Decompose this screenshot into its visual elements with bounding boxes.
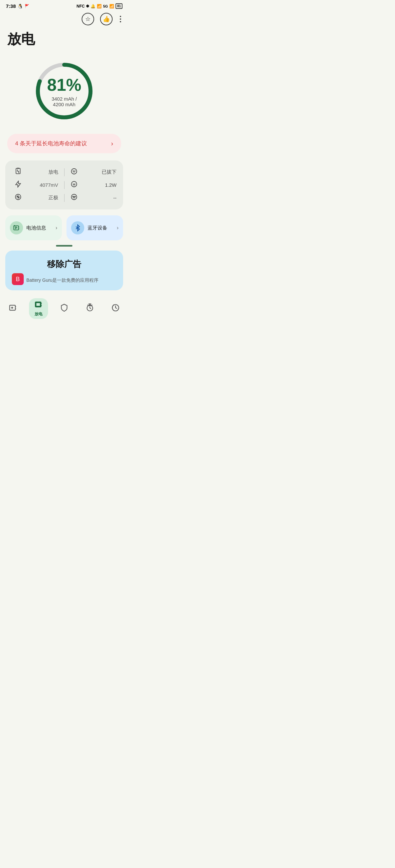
bluetooth-icon — [71, 221, 84, 235]
status-left: 7:38 🐧 🚩 — [6, 3, 29, 9]
battery-info-label: 电池信息 — [26, 225, 52, 231]
charging-icon — [12, 168, 24, 177]
info-value-2: 1.2W — [97, 182, 116, 188]
battery-info-arrow: › — [56, 225, 57, 231]
polarity-icon — [12, 193, 24, 202]
scroll-bar — [56, 245, 73, 247]
nav-item-add[interactable] — [0, 304, 26, 314]
divider-3 — [64, 194, 64, 202]
info-row-1-left: 放电 — [12, 168, 61, 177]
info-row-3-right: -- — [68, 193, 117, 202]
ad-subtitle: Battery Guru是一款免费的应用程序 — [26, 278, 98, 283]
nav-item-alarm[interactable] — [77, 304, 103, 314]
battery-info-icon — [10, 221, 23, 235]
page-title: 放电 — [0, 27, 129, 48]
signal-icon: 5G — [103, 4, 108, 8]
bluetooth-card[interactable]: 蓝牙设备 › — [66, 215, 123, 240]
bluetooth-status-icon: ✱ — [86, 4, 89, 8]
info-card: 放电 已拔下 4077mV — [5, 160, 123, 210]
more-options-button[interactable] — [118, 14, 122, 24]
svg-point-8 — [71, 169, 77, 174]
dot3 — [120, 21, 121, 22]
nav-discharge-label: 放电 — [34, 311, 43, 317]
svg-rect-2 — [16, 168, 21, 174]
nav-item-shield[interactable] — [51, 304, 77, 314]
svg-line-40 — [87, 305, 88, 305]
info-row-1-right: 已拔下 — [68, 168, 117, 177]
status-right: NFC ✱ 🔔 📶 5G 📶 81 — [77, 3, 122, 9]
status-time: 7:38 — [6, 3, 16, 9]
suggestion-banner[interactable]: 4 条关于延长电池寿命的建议 › — [7, 134, 121, 153]
divider-1 — [64, 168, 64, 176]
info-value-1: 已拔下 — [97, 169, 116, 175]
svg-point-6 — [17, 168, 18, 169]
qq-icon: 🐧 — [18, 4, 23, 9]
nav-add-icon — [8, 304, 17, 314]
battery-info-card[interactable]: 电池信息 › — [5, 215, 62, 240]
bell-icon: 🔔 — [90, 4, 95, 8]
battery-circle-container: 81% 3402 mAh / 4200 mAh — [0, 58, 129, 124]
svg-point-27 — [14, 225, 15, 226]
info-row-3-left: 正极 — [12, 193, 61, 202]
svg-line-41 — [91, 305, 92, 305]
nav-item-history[interactable] — [103, 304, 129, 314]
svg-point-18 — [71, 194, 77, 200]
plug-icon-1 — [68, 168, 80, 177]
dot1 — [120, 16, 121, 17]
svg-line-39 — [90, 308, 91, 309]
info-row-2-right: W 1.2W — [68, 181, 117, 189]
battery-status-icon: 81 — [116, 3, 122, 9]
dot2 — [120, 19, 121, 20]
divider-2 — [64, 181, 64, 189]
outlet-icon — [68, 193, 80, 202]
bluetooth-arrow: › — [117, 225, 118, 231]
bluetooth-label: 蓝牙设备 — [88, 225, 114, 231]
like-button[interactable]: 👍 — [100, 13, 113, 25]
nav-shield-icon — [60, 304, 68, 314]
info-label-3: 正极 — [24, 195, 61, 201]
battery-percentage: 81% — [47, 75, 81, 95]
nav-item-discharge[interactable]: 放电 — [26, 298, 51, 319]
nav-active-background: 放电 — [29, 298, 48, 319]
battery-detail: 3402 mAh / 4200 mAh — [47, 96, 81, 107]
wifi-icon: 📶 — [97, 4, 102, 8]
svg-marker-11 — [16, 181, 21, 187]
nav-alarm-icon — [86, 304, 94, 314]
info-row-1: 放电 已拔下 — [12, 168, 116, 177]
ad-banner[interactable]: 移除广告 B Battery Guru是一款免费的应用程序 — [5, 251, 123, 290]
status-bar: 7:38 🐧 🚩 NFC ✱ 🔔 📶 5G 📶 81 — [0, 0, 129, 10]
nav-history-icon — [111, 304, 120, 314]
star-icon: ☆ — [85, 16, 90, 23]
app-icon: B — [12, 273, 24, 285]
svg-point-19 — [73, 196, 74, 197]
scroll-indicator — [0, 245, 129, 247]
ad-icon-row: B Battery Guru是一款免费的应用程序 — [12, 273, 116, 285]
ad-title: 移除广告 — [12, 258, 116, 270]
info-value-3: -- — [97, 195, 116, 200]
favorite-button[interactable]: ☆ — [82, 13, 94, 25]
watt-icon: W — [68, 181, 80, 189]
svg-rect-34 — [36, 303, 40, 306]
flag-icon: 🚩 — [25, 4, 29, 8]
info-row-2: 4077mV W 1.2W — [12, 181, 116, 189]
info-label-1: 放电 — [24, 169, 61, 175]
info-row-2-left: 4077mV — [12, 181, 61, 189]
info-row-3: 正极 -- — [12, 193, 116, 202]
header-icons: ☆ 👍 — [0, 10, 129, 27]
svg-point-7 — [19, 168, 19, 169]
suggestion-text: 4 条关于延长电池寿命的建议 — [15, 140, 87, 147]
thumbs-up-icon: 👍 — [103, 16, 110, 23]
bottom-cards: 电池信息 › 蓝牙设备 › — [5, 215, 123, 240]
nfc-icon: NFC — [77, 4, 85, 8]
bottom-nav: 放电 — [0, 295, 129, 324]
svg-text:W: W — [73, 183, 75, 186]
nav-discharge-icon — [34, 300, 43, 311]
voltage-icon — [12, 181, 24, 189]
battery-circle-wrapper: 81% 3402 mAh / 4200 mAh — [31, 58, 97, 124]
svg-point-20 — [75, 196, 75, 197]
signal-bars-icon: 📶 — [109, 4, 114, 8]
suggestion-arrow: › — [111, 140, 113, 147]
info-label-2: 4077mV — [24, 182, 61, 188]
battery-text: 81% 3402 mAh / 4200 mAh — [47, 75, 81, 107]
